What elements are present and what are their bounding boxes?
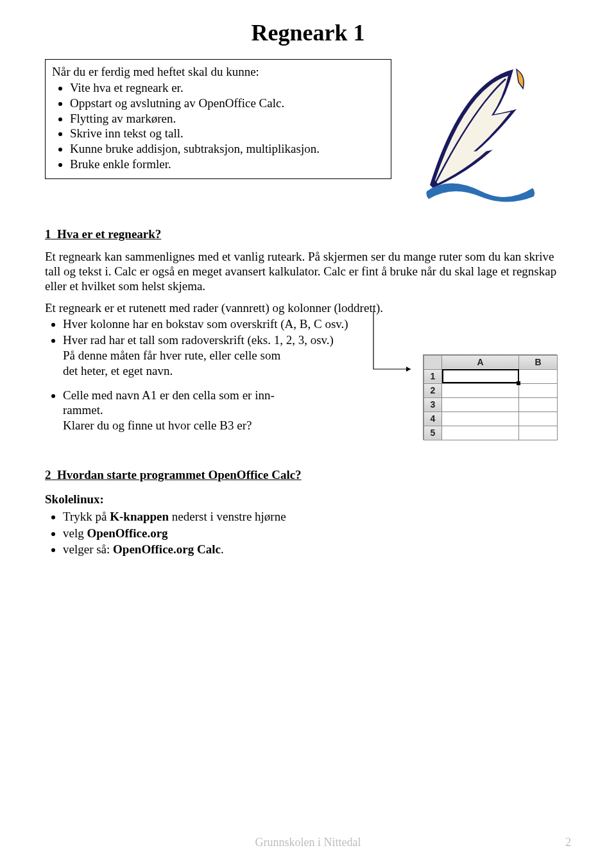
continuation-text: rammet. bbox=[63, 403, 103, 417]
cell bbox=[519, 411, 558, 426]
list-item: Hver kolonne har en bokstav som overskri… bbox=[63, 316, 391, 332]
column-header-a: A bbox=[442, 355, 519, 369]
list-item: Trykk på K-knappen nederst i venstre hjø… bbox=[63, 509, 571, 524]
list-item-text: Celle med navn A1 er den cella som er in… bbox=[63, 388, 275, 402]
column-header-b: B bbox=[519, 355, 558, 369]
section-number: 2 bbox=[45, 468, 51, 481]
objectives-list: Vite hva et regneark er. Oppstart og avs… bbox=[52, 80, 384, 172]
list-item: Kunne bruke addisjon, subtraksjon, multi… bbox=[70, 141, 384, 157]
step-bold: OpenOffice.org Calc bbox=[113, 542, 221, 556]
step-bold: K-knappen bbox=[110, 510, 169, 523]
step-pre: velger så: bbox=[63, 542, 113, 556]
objectives-box: Når du er ferdig med heftet skal du kunn… bbox=[45, 59, 391, 179]
list-item: Oppstart og avslutning av OpenOffice Cal… bbox=[70, 96, 384, 111]
list-item: Hver rad har et tall som radoverskrift (… bbox=[63, 333, 391, 378]
section2-heading: 2 Hvordan starte programmet OpenOffice C… bbox=[45, 468, 571, 482]
step-pre: velg bbox=[63, 526, 87, 540]
cell-a1-selected bbox=[442, 369, 519, 383]
cell bbox=[519, 426, 558, 440]
row-header-1: 1 bbox=[424, 369, 442, 383]
cell bbox=[442, 411, 519, 426]
list-item: velg OpenOffice.org bbox=[63, 526, 571, 541]
continuation-text: Klarer du og finne ut hvor celle B3 er? bbox=[63, 419, 252, 432]
spreadsheet-example: A B 1 2 3 4 5 bbox=[424, 355, 571, 440]
paragraph: Et regneark er et rutenett med rader (va… bbox=[45, 300, 571, 315]
row-header-4: 4 bbox=[424, 411, 442, 426]
page-title: Regneark 1 bbox=[45, 19, 571, 46]
section1-heading: 1 Hva er et regneark? bbox=[45, 227, 571, 241]
objectives-heading: Når du er ferdig med heftet skal du kunn… bbox=[52, 65, 384, 79]
row-header-5: 5 bbox=[424, 426, 442, 440]
page-footer: Grunnskolen i Nittedal 2 bbox=[0, 836, 616, 849]
section-title: Hva er et regneark? bbox=[57, 227, 161, 241]
list-item: velger så: OpenOffice.org Calc. bbox=[63, 542, 571, 557]
row-header-3: 3 bbox=[424, 397, 442, 411]
list-item: Skrive inn tekst og tall. bbox=[70, 126, 384, 141]
footer-center: Grunnskolen i Nittedal bbox=[71, 836, 545, 849]
quill-icon bbox=[424, 63, 539, 207]
step-pre: Trykk på bbox=[63, 510, 110, 523]
row-header-2: 2 bbox=[424, 383, 442, 397]
footer-page-number: 2 bbox=[545, 836, 571, 849]
continuation-text: det heter, et eget navn. bbox=[63, 364, 173, 377]
section-title: Hvordan starte programmet OpenOffice Cal… bbox=[57, 468, 302, 481]
skolelinux-label: Skolelinux: bbox=[45, 492, 571, 506]
cell bbox=[519, 397, 558, 411]
section-number: 1 bbox=[45, 227, 51, 241]
cell bbox=[519, 383, 558, 397]
step-post: . bbox=[221, 542, 224, 556]
list-item: Flytting av markøren. bbox=[70, 111, 384, 126]
list-item-text: Hver rad har et tall som radoverskrift (… bbox=[63, 333, 334, 347]
cell-b1 bbox=[519, 369, 558, 383]
grid-corner bbox=[424, 355, 442, 369]
step-bold: OpenOffice.org bbox=[87, 526, 167, 540]
list-item: Bruke enkle formler. bbox=[70, 157, 384, 172]
list-item: Vite hva et regneark er. bbox=[70, 80, 384, 96]
cell bbox=[442, 397, 519, 411]
continuation-text: På denne måten får hver rute, eller cell… bbox=[63, 349, 280, 362]
cell bbox=[442, 426, 519, 440]
paragraph: Et regneark kan sammenlignes med et vanl… bbox=[45, 249, 571, 294]
cell bbox=[442, 383, 519, 397]
list-item: Celle med navn A1 er den cella som er in… bbox=[63, 388, 391, 433]
step-post: nederst i venstre hjørne bbox=[169, 510, 286, 523]
